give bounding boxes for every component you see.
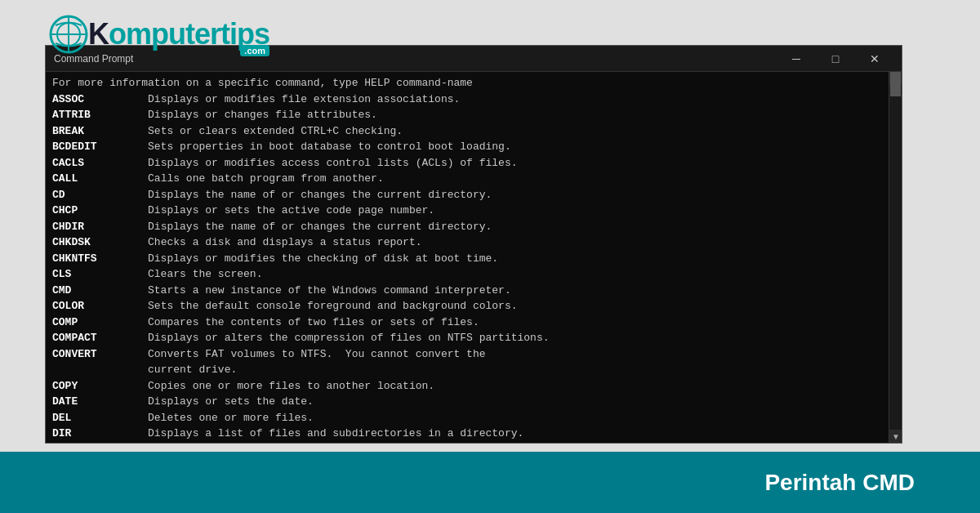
window-controls: ─ □ ✕: [777, 47, 893, 71]
minimize-button[interactable]: ─: [777, 47, 815, 71]
cmd-text: For more information on a specific comma…: [52, 75, 882, 443]
maximize-button[interactable]: □: [817, 47, 854, 71]
scrollbar[interactable]: ▲ ▼: [889, 72, 902, 443]
logo-icon: [49, 15, 88, 54]
bottom-banner: Perintah CMD: [0, 452, 980, 513]
scrollbar-down-arrow[interactable]: ▼: [889, 430, 902, 443]
scrollbar-thumb[interactable]: [890, 72, 901, 96]
logo-com: .com: [240, 45, 270, 56]
close-button[interactable]: ✕: [856, 47, 893, 71]
cmd-window: Command Prompt ─ □ ✕ For more informatio…: [45, 45, 902, 444]
cmd-body: For more information on a specific comma…: [46, 72, 902, 443]
cmd-content[interactable]: For more information on a specific comma…: [46, 72, 889, 443]
banner-title: Perintah CMD: [764, 470, 915, 496]
logo: Komputertips .com: [49, 15, 270, 54]
cmd-title-text: Command Prompt: [54, 53, 777, 65]
